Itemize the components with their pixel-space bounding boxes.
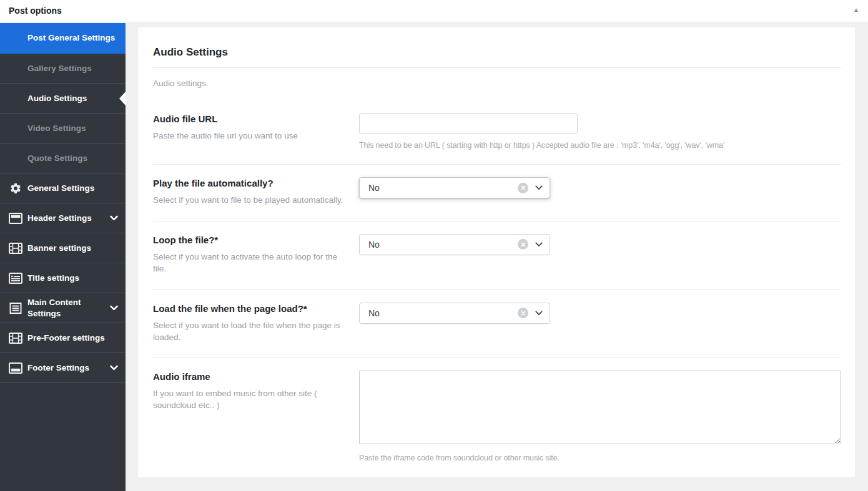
sidebar-item-title-settings[interactable]: Title settings — [0, 263, 126, 293]
field-hint: This need to be an URL ( starting with h… — [359, 141, 841, 150]
sidebar-item-gallery-settings[interactable]: Gallery Settings — [0, 54, 126, 84]
gear-icon — [8, 182, 22, 195]
field-label: Load the file when the page load?* — [153, 303, 345, 314]
sidebar-item-label: Header Settings — [27, 213, 106, 224]
sidebar-item-audio-settings[interactable]: Audio Settings — [0, 84, 126, 114]
section-title: Audio Settings — [153, 45, 841, 60]
sidebar-item-label: Footer Settings — [27, 362, 106, 374]
chevron-down-icon — [110, 215, 118, 221]
audio-file-url-input[interactable] — [359, 113, 578, 134]
field-row-audio-file-url: Audio file URL Paste the audio file url … — [153, 100, 841, 165]
chevron-down-icon — [110, 365, 118, 371]
sidebar-item-label: Quote Settings — [27, 153, 118, 164]
sidebar-item-banner-settings[interactable]: Banner settings — [0, 233, 126, 263]
sidebar-item-label: Pre-Footer settings — [27, 333, 118, 344]
sidebar-item-label: General Settings — [27, 183, 118, 194]
sidebar-item-label: Main Content Settings — [27, 297, 106, 319]
select-value: No — [368, 308, 518, 318]
field-description: Select if you want to activate the auto … — [153, 251, 345, 275]
filmstrip-icon — [8, 243, 22, 254]
sidebar-item-general-settings[interactable]: General Settings — [0, 173, 126, 203]
play-automatically-select[interactable]: No — [359, 177, 550, 198]
metabox-header: Post options ▲ — [0, 0, 868, 23]
sidebar-item-label: Audio Settings — [27, 93, 118, 104]
load-on-page-load-select[interactable]: No — [359, 303, 550, 324]
clear-selection-icon[interactable] — [518, 239, 528, 250]
sidebar-item-label: Post General Settings — [27, 32, 118, 44]
field-hint: Paste the iframe code from soundcloud or… — [359, 454, 841, 462]
sidebar-item-label: Banner settings — [27, 243, 118, 254]
sidebar-item-quote-settings[interactable]: Quote Settings — [0, 143, 126, 173]
chevron-down-icon — [535, 311, 543, 316]
field-description: If you want to embed music from other si… — [153, 388, 345, 412]
sidebar-item-video-settings[interactable]: Video Settings — [0, 114, 126, 143]
field-label: Play the file automatically? — [153, 177, 345, 189]
field-description: Paste the audio file url you want to use — [153, 130, 345, 142]
chevron-down-icon — [535, 185, 543, 190]
sidebar-item-label: Gallery Settings — [27, 63, 118, 74]
metabox-title: Post options — [9, 6, 62, 16]
title-list-icon — [8, 273, 22, 284]
chevron-down-icon — [535, 242, 543, 247]
clear-selection-icon[interactable] — [518, 308, 528, 318]
field-row-load-on-page-load: Load the file when the page load?* Selec… — [153, 290, 841, 359]
audio-settings-panel: Audio Settings Audio settings. Audio fil… — [138, 27, 855, 477]
sidebar-item-pre-footer-settings[interactable]: Pre-Footer settings — [0, 323, 126, 353]
field-description: Select if you want to file to be played … — [153, 195, 345, 207]
field-row-loop-file: Loop the file?* Select if you want to ac… — [153, 221, 841, 290]
settings-sidebar: Post General Settings Gallery Settings A… — [0, 23, 126, 491]
field-label: Audio iframe — [153, 371, 345, 382]
chevron-down-icon — [110, 305, 118, 311]
content-lines-icon — [8, 303, 22, 314]
collapse-toggle-button[interactable]: ▲ — [853, 4, 859, 16]
sidebar-item-footer-settings[interactable]: Footer Settings — [0, 353, 126, 383]
loop-file-select[interactable]: No — [359, 234, 550, 255]
sidebar-item-label: Title settings — [27, 273, 118, 284]
field-row-play-automatically: Play the file automatically? Select if y… — [153, 165, 841, 221]
field-label: Audio file URL — [153, 113, 345, 125]
field-description: Select if you want to load the file when… — [153, 320, 345, 344]
section-subtitle: Audio settings. — [153, 68, 841, 100]
select-value: No — [368, 240, 518, 250]
field-row-audio-iframe: Audio iframe If you want to embed music … — [153, 358, 841, 477]
field-label: Loop the file?* — [153, 234, 345, 246]
collapse-up-icon: ▲ — [853, 6, 859, 13]
select-value: No — [368, 183, 518, 193]
filmstrip-icon — [8, 333, 22, 344]
header-icon — [8, 213, 22, 224]
audio-iframe-textarea[interactable] — [359, 371, 841, 444]
footer-icon — [8, 362, 22, 374]
sidebar-item-header-settings[interactable]: Header Settings — [0, 203, 126, 233]
sidebar-item-label: Video Settings — [27, 123, 118, 134]
clear-selection-icon[interactable] — [518, 183, 528, 193]
sidebar-item-main-content-settings[interactable]: Main Content Settings — [0, 293, 126, 323]
sidebar-item-post-general-settings[interactable]: Post General Settings — [0, 23, 126, 54]
